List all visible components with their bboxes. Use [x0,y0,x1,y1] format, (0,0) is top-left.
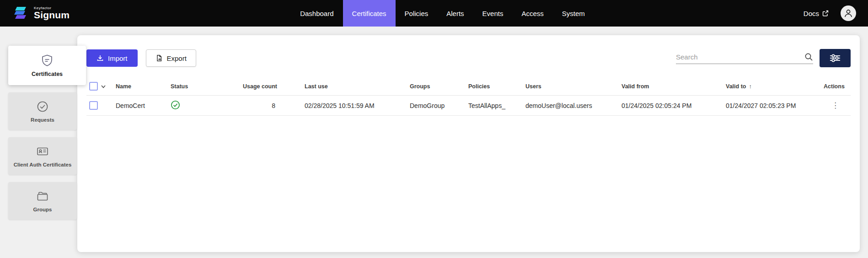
cell-valid-to: 01/24/2027 02:05:23 PM [718,102,824,109]
cell-valid-from: 01/24/2025 02:05:24 PM [614,102,718,109]
export-icon [155,54,163,62]
sidebar-item-certificates[interactable]: Certificates [8,46,86,85]
sort-ascending-icon[interactable]: ↑ [749,83,752,90]
certificates-panel: Import Export [77,35,860,252]
column-header-groups[interactable]: Groups [402,83,461,90]
export-button[interactable]: Export [146,49,196,67]
id-card-icon [36,145,49,158]
filter-button[interactable] [820,49,851,67]
export-button-label: Export [167,54,187,62]
search-box [676,53,813,64]
sidebar-item-label: Client Auth Certificates [14,162,72,167]
cell-users: demoUser@local.users [518,102,614,109]
certificate-shield-icon [41,54,54,67]
chevron-down-icon[interactable] [100,83,107,90]
cell-usage-count: 8 [236,102,297,109]
navbar-right: Docs [804,0,868,27]
sidebar-item-label: Requests [31,117,54,123]
sidebar-item-label: Groups [33,207,52,212]
search-icon[interactable] [804,53,813,61]
nav-item-system[interactable]: System [553,0,594,27]
cell-last-use: 02/28/2025 10:51:59 AM [297,102,402,109]
column-header-policies[interactable]: Policies [461,83,518,90]
nav-item-access[interactable]: Access [512,0,552,27]
nav-item-events[interactable]: Events [473,0,513,27]
import-icon [96,54,104,62]
row-actions-menu-icon[interactable]: ⋮ [831,101,840,110]
table-header-row: Name Status Usage count Last use Groups … [86,77,851,96]
brand-logo[interactable]: Keyfactor Signum [0,0,81,27]
cell-status [163,100,236,111]
left-sidebar: Certificates Requests Client Auth Certif… [8,46,95,227]
sidebar-item-requests[interactable]: Requests [8,92,77,130]
search-input[interactable] [676,53,804,61]
column-header-status[interactable]: Status [163,83,236,90]
certificates-table: Name Status Usage count Last use Groups … [86,77,851,116]
column-header-actions: Actions [824,83,851,90]
column-header-usage-count[interactable]: Usage count [236,83,297,90]
cell-actions: ⋮ [824,101,851,110]
nav-item-alerts[interactable]: Alerts [437,0,473,27]
column-header-users[interactable]: Users [518,83,614,90]
column-header-last-use[interactable]: Last use [297,83,402,90]
top-navbar: Keyfactor Signum Dashboard Certificates … [0,0,868,27]
status-valid-icon [171,100,180,110]
column-header-valid-from[interactable]: Valid from [614,83,718,90]
cell-policies: TestAllApps_ [461,102,518,109]
cell-name[interactable]: DemoCert [108,102,163,109]
user-icon [843,8,853,18]
import-button-label: Import [108,54,128,62]
sidebar-item-client-auth-certificates[interactable]: Client Auth Certificates [8,137,77,175]
column-header-valid-to-label: Valid to [726,83,746,90]
external-link-icon [822,10,829,16]
sidebar-item-groups[interactable]: Groups [8,182,77,220]
brand-text: Keyfactor Signum [34,6,70,20]
brand-product: Signum [34,10,70,20]
keyfactor-logo-icon [12,5,29,21]
column-header-valid-to[interactable]: Valid to↑ [718,83,824,90]
main-nav: Dashboard Certificates Policies Alerts E… [81,0,804,27]
nav-item-certificates[interactable]: Certificates [343,0,396,27]
filter-sliders-icon [829,54,841,62]
user-avatar[interactable] [841,5,856,21]
check-circle-icon [36,100,49,113]
sidebar-item-label: Certificates [32,71,63,77]
table-row[interactable]: DemoCert 8 02/28/2025 10:51:59 AM DemoGr… [86,96,851,116]
cell-groups: DemoGroup [402,102,461,109]
docs-link-label: Docs [804,10,819,17]
panel-toolbar: Import Export [77,35,860,77]
folder-icon [36,190,49,203]
column-header-name[interactable]: Name [108,83,163,90]
docs-link[interactable]: Docs [804,10,829,17]
nav-item-dashboard[interactable]: Dashboard [291,0,343,27]
nav-item-policies[interactable]: Policies [396,0,438,27]
